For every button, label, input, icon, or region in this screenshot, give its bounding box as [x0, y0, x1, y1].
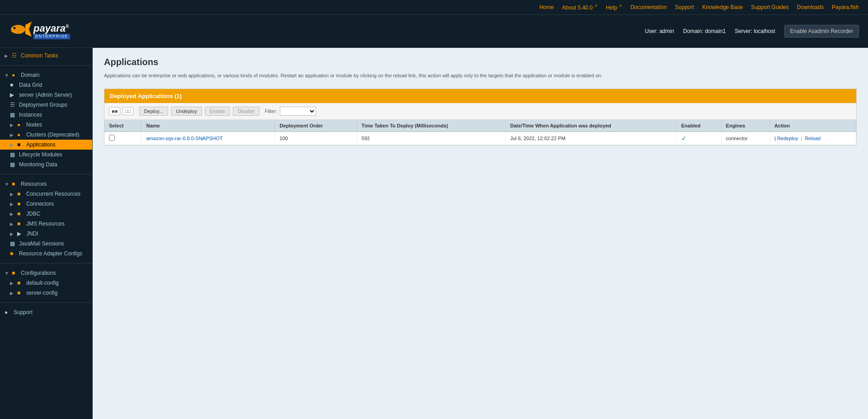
brand-payara-text: payara® [33, 23, 70, 34]
sidebar-item-configurations[interactable]: ▼ ■ Configurations [0, 268, 92, 278]
expand-icon: ▶ [10, 291, 14, 296]
sidebar-item-concurrent-resources[interactable]: ▶ ■ Concurrent Resources [0, 189, 92, 199]
expand-icon: ▼ [5, 182, 9, 187]
sidebar-item-clusters[interactable]: ▶ ● Clusters (Deprecated) [0, 130, 92, 140]
sidebar-section-resources: ▼ ■ Resources ▶ ■ Concurrent Resources ▶… [0, 176, 92, 261]
deployed-applications-section: Deployed Applications (1) ■■ □□ Deploy..… [104, 89, 857, 146]
sidebar-item-jndi[interactable]: ▶ ▶ JNDI [0, 229, 92, 239]
sidebar-section-domain: ▼ ● Domain ■ Data Grid ▶ server (Admin S… [0, 67, 92, 172]
applications-icon: ■ [17, 141, 24, 148]
col-name: Name [142, 120, 275, 132]
domain-icon: ● [12, 72, 18, 78]
action-separator: | [799, 136, 803, 141]
server-value: localhost [754, 28, 775, 34]
expand-icon: ▶ [10, 192, 14, 197]
svg-point-3 [11, 30, 16, 33]
sidebar-item-server-config[interactable]: ▶ ■ server-config [0, 288, 92, 298]
instances-label: Instances [19, 112, 42, 118]
enabled-checkmark-icon: ✓ [681, 135, 687, 142]
nav-support-guides-link[interactable]: Support Guides [751, 4, 788, 10]
concurrent-resources-label: Concurrent Resources [26, 191, 80, 197]
payara-fish-icon [9, 19, 32, 43]
sidebar-item-jms-resources[interactable]: ▶ ■ JMS Resources [0, 219, 92, 229]
sidebar-item-common-tasks[interactable]: ▶ ☷ Common Tasks [0, 51, 92, 61]
sidebar-item-support[interactable]: ● Support [0, 307, 92, 317]
sidebar-item-resource-adapter-configs[interactable]: ■ Resource Adapter Configs [0, 249, 92, 259]
sidebar-item-applications[interactable]: ▶ ■ Applications [0, 140, 92, 150]
deployment-groups-label: Deployment Groups [19, 102, 67, 108]
javamail-icon: ▩ [10, 240, 16, 247]
nav-documentation-link[interactable]: Documentation [630, 4, 667, 10]
deselect-all-icon-btn[interactable]: □□ [122, 107, 133, 115]
expand-icon: ▶ [10, 212, 14, 217]
user-label: User: [645, 28, 658, 34]
external-icon: ↗ [594, 4, 598, 8]
common-tasks-label: Common Tasks [21, 52, 58, 59]
nav-about-link[interactable]: About 5.40.0 ↗ [562, 4, 598, 11]
row-select-cell [104, 132, 142, 145]
reload-link[interactable]: Reload [805, 136, 821, 141]
nav-help-link[interactable]: Help ↗ [606, 4, 622, 11]
data-grid-icon: ■ [10, 82, 16, 88]
user-info: User: admin [645, 28, 674, 34]
undeploy-button[interactable]: Undeploy [171, 107, 202, 116]
top-navigation: Home About 5.40.0 ↗ Help ↗ Documentation… [0, 0, 868, 15]
configurations-icon: ■ [12, 270, 18, 276]
support-label: Support [14, 309, 33, 315]
sidebar-section-configurations: ▼ ■ Configurations ▶ ■ default-config ▶ … [0, 265, 92, 301]
page-title: Applications [104, 57, 857, 67]
expand-icon: ▼ [5, 73, 9, 78]
default-config-label: default-config [26, 280, 59, 286]
sidebar-item-instances[interactable]: ▩ Instances [0, 110, 92, 120]
common-tasks-icon: ☷ [12, 52, 18, 59]
expand-icon: ▶ [10, 202, 14, 207]
domain-label: Domain: [683, 28, 703, 34]
nav-support-link[interactable]: Support [675, 4, 694, 10]
content-area: Applications Applications can be enterpr… [93, 48, 868, 419]
select-all-icon-btn[interactable]: ■■ [109, 107, 120, 115]
col-time-taken: Time Taken To Deploy (Milliseconds) [357, 120, 505, 132]
sidebar-item-nodes[interactable]: ▶ ● Nodes [0, 120, 92, 130]
deployment-groups-icon: ☴ [10, 102, 16, 108]
toolbar-icons: ■■ □□ [109, 107, 134, 115]
header-bar: payara® ENTERPRISE User: admin Domain: d… [0, 15, 868, 48]
sidebar-item-javamail-sessions[interactable]: ▩ JavaMail Sessions [0, 239, 92, 249]
col-deployment-order: Deployment Order [275, 120, 357, 132]
concurrent-resources-icon: ■ [17, 191, 24, 197]
default-config-icon: ■ [17, 280, 24, 286]
sidebar-item-server-admin[interactable]: ▶ server (Admin Server) [0, 90, 92, 100]
sidebar-item-monitoring-data[interactable]: ▩ Monitoring Data [0, 160, 92, 169]
sidebar-item-connectors[interactable]: ▶ ■ Connectors [0, 199, 92, 209]
sidebar-item-lifecycle-modules[interactable]: ▩ Lifecycle Modules [0, 150, 92, 160]
server-info: Server: localhost [735, 28, 775, 34]
nav-downloads-link[interactable]: Downloads [797, 4, 824, 10]
sidebar-item-domain[interactable]: ▼ ● Domain [0, 70, 92, 80]
support-icon: ● [5, 309, 11, 315]
sidebar-item-deployment-groups[interactable]: ☴ Deployment Groups [0, 100, 92, 110]
instances-icon: ▩ [10, 112, 16, 118]
nav-home-link[interactable]: Home [539, 4, 554, 10]
server-config-icon: ■ [17, 290, 24, 296]
redeploy-link[interactable]: Redeploy [777, 136, 798, 141]
jms-resources-label: JMS Resources [26, 221, 65, 227]
deployed-applications-header: Deployed Applications (1) [104, 89, 856, 103]
sidebar-item-data-grid[interactable]: ■ Data Grid [0, 80, 92, 90]
lifecycle-icon: ▩ [10, 151, 16, 158]
sidebar-item-default-config[interactable]: ▶ ■ default-config [0, 278, 92, 288]
jndi-label: JNDI [26, 231, 38, 237]
enable-asadmin-recorder-button[interactable]: Enable Asadmin Recorder [784, 25, 859, 38]
external-icon: ↗ [618, 4, 622, 8]
sidebar-item-jdbc[interactable]: ▶ ■ JDBC [0, 209, 92, 219]
nav-knowledge-base-link[interactable]: Knowledge Base [702, 4, 743, 10]
sidebar-item-resources[interactable]: ▼ ■ Resources [0, 179, 92, 189]
monitoring-data-label: Monitoring Data [19, 161, 57, 168]
server-config-label: server-config [26, 290, 57, 296]
jdbc-icon: ■ [17, 211, 24, 217]
jms-icon: ■ [17, 221, 24, 227]
deploy-button[interactable]: Deploy... [139, 107, 169, 116]
row-select-checkbox[interactable] [109, 135, 115, 141]
brand-name: payara® ENTERPRISE [33, 23, 70, 39]
filter-select[interactable] [280, 107, 316, 116]
nav-payara-fish-link[interactable]: Payara.fish [832, 4, 859, 10]
app-name-link[interactable]: amazon-sqs-rar-0.8.0-SNAPSHOT [146, 136, 222, 141]
